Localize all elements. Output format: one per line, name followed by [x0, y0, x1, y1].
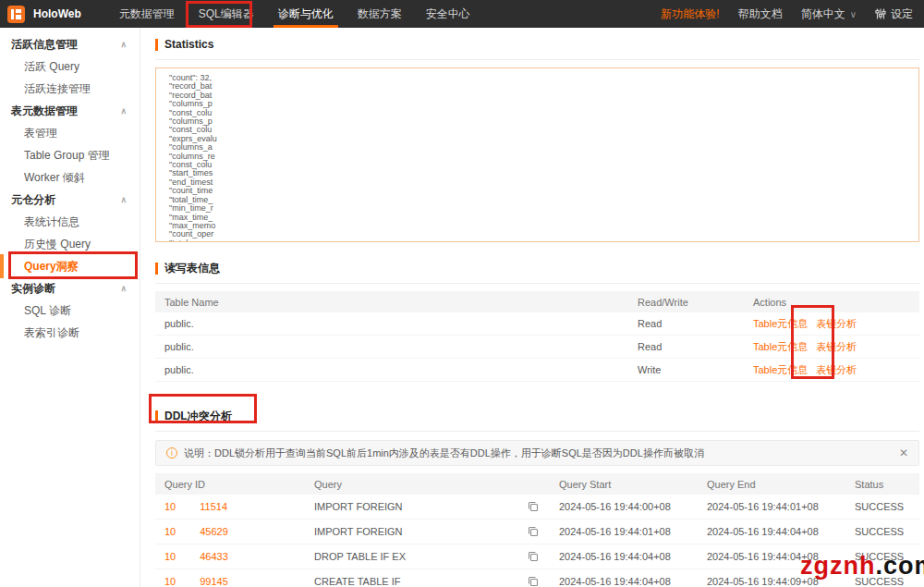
query-id-link[interactable]: 45629 — [200, 526, 228, 537]
col-header-query-end: Query End — [698, 479, 845, 490]
ddl-notice-banner: i 说明：DDL锁分析用于查询当前SQL前后1min内涉及的表是否有DDL操作，… — [155, 440, 919, 466]
read-write-cell: Write — [628, 364, 744, 375]
sidebar-item-active-query[interactable]: 活跃 Query — [0, 55, 140, 78]
query-end-cell: 2024-05-16 19:44:04+08 — [698, 526, 845, 537]
col-header-actions: Actions — [744, 297, 919, 308]
sidebar-group-instance-diagnosis[interactable]: 实例诊断∧ — [0, 277, 140, 300]
query-id-link[interactable]: 11514 — [200, 501, 227, 512]
language-selector[interactable]: 简体中文∨ — [801, 6, 857, 22]
info-icon: i — [166, 447, 177, 459]
copy-icon[interactable] — [528, 551, 539, 562]
table-name-cell: public. — [155, 364, 628, 375]
divider — [155, 431, 919, 432]
table-lock-analysis-link[interactable]: 表锁分析 — [816, 341, 857, 352]
ddl-table: Query ID Query Query Start Query End Sta… — [155, 473, 919, 587]
status-cell: SUCCESS — [845, 551, 919, 562]
query-text: IMPORT FOREIGN — [314, 501, 403, 512]
sidebar-item-table-stats[interactable]: 表统计信息 — [0, 211, 140, 233]
table-row: 1099145 CREATE TABLE IF 2024-05-16 19:44… — [155, 569, 919, 587]
status-cell: SUCCESS — [845, 526, 919, 537]
rw-table-header: Table Name Read/Write Actions — [155, 291, 919, 312]
query-end-cell: 2024-05-16 19:44:04+08 — [698, 551, 845, 562]
close-icon[interactable]: ✕ — [899, 446, 908, 459]
ddl-notice-text: 说明：DDL锁分析用于查询当前SQL前后1min内涉及的表是否有DDL操作，用于… — [184, 446, 704, 460]
sidebar-group-warehouse-analysis[interactable]: 元仓分析∧ — [0, 189, 140, 211]
collapse-icon: ∧ — [120, 33, 127, 55]
query-text: DROP TABLE IF EX — [314, 551, 406, 562]
col-header-table-name: Table Name — [155, 297, 628, 308]
table-meta-link[interactable]: Table元信息 — [753, 341, 808, 352]
nav-item-data-solution[interactable]: 数据方案 — [346, 0, 414, 28]
query-id-link[interactable]: 46433 — [200, 551, 228, 562]
query-start-cell: 2024-05-16 19:44:04+08 — [550, 576, 698, 587]
sidebar-item-table-index-diagnosis[interactable]: 表索引诊断 — [0, 322, 140, 344]
copy-icon[interactable] — [528, 576, 539, 587]
table-row: public. Read Table元信息表锁分析 — [155, 336, 919, 359]
nav-item-sql-editor[interactable]: SQL编辑器 — [187, 0, 266, 28]
col-header-query: Query — [305, 479, 550, 490]
collapse-icon: ∧ — [120, 100, 127, 122]
status-cell: SUCCESS — [845, 576, 919, 587]
sidebar-item-history-slow-query[interactable]: 历史慢 Query — [0, 233, 140, 255]
query-id-link[interactable]: 10 — [164, 576, 176, 587]
statistics-json-panel[interactable]: "count": 32, "record_bat "record_bat "co… — [155, 67, 919, 242]
table-row: 1011514 IMPORT FOREIGN 2024-05-16 19:44:… — [155, 495, 919, 520]
help-doc-link[interactable]: 帮助文档 — [738, 6, 783, 22]
table-name-cell: public. — [155, 318, 628, 329]
query-id-link[interactable]: 10 — [164, 501, 176, 512]
query-start-cell: 2024-05-16 19:44:04+08 — [550, 551, 698, 562]
copy-icon[interactable] — [528, 526, 539, 537]
table-row: public. Read Table元信息表锁分析 — [155, 312, 919, 336]
nav-item-diagnose-optimize[interactable]: 诊断与优化 — [266, 0, 346, 28]
query-end-cell: 2024-05-16 19:44:09+08 — [698, 576, 845, 587]
sidebar-group-table-metadata[interactable]: 表元数据管理∧ — [0, 100, 140, 122]
status-cell: SUCCESS — [845, 501, 919, 512]
chevron-down-icon: ∨ — [850, 9, 857, 19]
sliders-icon — [875, 8, 886, 19]
divider — [155, 59, 919, 60]
table-meta-link[interactable]: Table元信息 — [753, 364, 808, 375]
divider — [155, 283, 919, 284]
table-row: 1046433 DROP TABLE IF EX 2024-05-16 19:4… — [155, 544, 919, 569]
collapse-icon: ∧ — [120, 189, 127, 211]
sidebar-group-active-info[interactable]: 活跃信息管理∧ — [0, 33, 140, 55]
top-nav: HoloWeb 元数据管理 SQL编辑器 诊断与优化 数据方案 安全中心 新功能… — [0, 0, 924, 28]
ddl-conflict-title: DDL冲突分析 — [155, 410, 919, 422]
sidebar-item-worker-skew[interactable]: Worker 倾斜 — [0, 166, 140, 189]
nav-item-security-center[interactable]: 安全中心 — [414, 0, 482, 28]
table-lock-analysis-link[interactable]: 表锁分析 — [816, 364, 857, 375]
holoweb-logo-icon — [7, 6, 25, 23]
col-header-query-id: Query ID — [155, 479, 305, 490]
statistics-title: Statistics — [155, 39, 919, 51]
ddl-table-header: Query ID Query Query Start Query End Sta… — [155, 473, 919, 495]
settings-button[interactable]: 设定 — [875, 6, 913, 22]
sidebar: 活跃信息管理∧ 活跃 Query 活跃连接管理 表元数据管理∧ 表管理 Tabl… — [0, 28, 140, 587]
new-feature-link[interactable]: 新功能体验! — [661, 6, 719, 22]
sidebar-item-sql-diagnosis[interactable]: SQL 诊断 — [0, 300, 140, 322]
copy-icon[interactable] — [528, 501, 539, 512]
query-text: IMPORT FOREIGN — [314, 526, 403, 537]
query-id-link[interactable]: 10 — [164, 551, 176, 562]
query-start-cell: 2024-05-16 19:44:00+08 — [550, 501, 698, 512]
language-label: 简体中文 — [801, 7, 845, 20]
table-row: public. Write Table元信息表锁分析 — [155, 359, 919, 382]
col-header-query-start: Query Start — [550, 479, 698, 490]
table-name-cell: public. — [155, 341, 628, 352]
nav-item-metadata[interactable]: 元数据管理 — [107, 0, 187, 28]
query-end-cell: 2024-05-16 19:44:01+08 — [698, 501, 845, 512]
query-id-link[interactable]: 10 — [164, 526, 176, 537]
rw-table: Table Name Read/Write Actions public. Re… — [155, 291, 919, 382]
sidebar-item-table-group-mgmt[interactable]: Table Group 管理 — [0, 144, 140, 166]
query-start-cell: 2024-05-16 19:44:01+08 — [550, 526, 698, 537]
query-id-link[interactable]: 99145 — [200, 576, 228, 587]
main-content: Statistics "count": 32, "record_bat "rec… — [140, 28, 924, 587]
sidebar-item-query-insight[interactable]: Query洞察 — [0, 255, 140, 277]
table-lock-analysis-link[interactable]: 表锁分析 — [816, 318, 857, 329]
rw-table-title: 读写表信息 — [155, 263, 919, 275]
sidebar-item-table-mgmt[interactable]: 表管理 — [0, 122, 140, 144]
sidebar-item-active-connection[interactable]: 活跃连接管理 — [0, 78, 140, 100]
read-write-cell: Read — [628, 318, 744, 329]
table-meta-link[interactable]: Table元信息 — [753, 318, 808, 329]
active-indicator-bar — [0, 254, 4, 278]
read-write-cell: Read — [628, 341, 744, 352]
